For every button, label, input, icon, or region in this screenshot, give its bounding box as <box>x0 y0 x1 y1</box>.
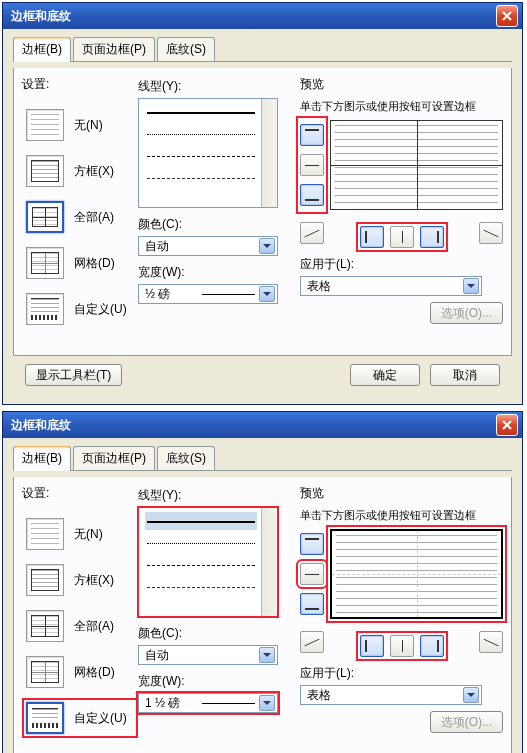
border-right-button[interactable] <box>420 226 444 248</box>
border-inside-v-button[interactable] <box>390 226 414 248</box>
color-value: 自动 <box>145 647 259 664</box>
setting-box[interactable]: 方框(X) <box>26 564 134 596</box>
setting-all[interactable]: 全部(A) <box>26 201 134 233</box>
borders-shading-dialog: 边框和底纹 边框(B) 页面边框(P) 底纹(S) 设置: 无(N) <box>2 2 523 405</box>
show-toolbar-button[interactable]: 显示工具栏(T) <box>25 364 122 386</box>
preview-label: 预览 <box>300 485 503 502</box>
setting-box-label: 方框(X) <box>74 572 114 589</box>
setting-none[interactable]: 无(N) <box>26 109 134 141</box>
tab-shading[interactable]: 底纹(S) <box>157 446 215 470</box>
color-label: 颜色(C): <box>138 625 296 642</box>
width-label: 宽度(W): <box>138 264 296 281</box>
scrollbar[interactable] <box>261 99 277 207</box>
preview-help-text: 单击下方图示或使用按钮可设置边框 <box>300 508 503 523</box>
setting-all-label: 全部(A) <box>74 209 114 226</box>
border-inside-v-button[interactable] <box>390 635 414 657</box>
width-dropdown[interactable]: 1 ½ 磅 <box>138 693 278 713</box>
setting-all-label: 全部(A) <box>74 618 114 635</box>
border-top-button[interactable] <box>300 124 324 146</box>
preview-bottom-buttons <box>360 635 444 657</box>
width-dropdown[interactable]: ½ 磅 <box>138 284 278 304</box>
grid-icon <box>26 247 64 279</box>
apply-to-value: 表格 <box>307 278 463 295</box>
preview-side-buttons <box>300 120 324 210</box>
line-style-list[interactable] <box>138 507 278 617</box>
border-diag-up-button[interactable] <box>479 222 503 244</box>
setting-none-label: 无(N) <box>74 526 103 543</box>
setting-box[interactable]: 方框(X) <box>26 155 134 187</box>
setting-grid[interactable]: 网格(D) <box>26 656 134 688</box>
apply-to-dropdown[interactable]: 表格 <box>300 685 482 705</box>
chevron-down-icon <box>259 286 275 302</box>
line-style-item[interactable] <box>145 534 257 552</box>
titlebar: 边框和底纹 <box>3 412 522 438</box>
options-button[interactable]: 选项(O)... <box>430 711 503 733</box>
line-style-item[interactable] <box>145 169 257 187</box>
custom-icon <box>26 293 64 325</box>
apply-to-dropdown[interactable]: 表格 <box>300 276 482 296</box>
close-button[interactable] <box>496 414 518 436</box>
setting-grid[interactable]: 网格(D) <box>26 247 134 279</box>
line-style-item[interactable] <box>145 103 257 121</box>
tab-page-borders[interactable]: 页面边框(P) <box>73 446 155 470</box>
setting-all[interactable]: 全部(A) <box>26 610 134 642</box>
preview-diagram[interactable] <box>330 529 503 619</box>
chevron-down-icon <box>259 238 275 254</box>
border-bottom-button[interactable] <box>300 593 324 615</box>
line-style-item[interactable] <box>145 125 257 143</box>
cancel-button[interactable]: 取消 <box>430 364 500 386</box>
options-button[interactable]: 选项(O)... <box>430 302 503 324</box>
chevron-down-icon <box>259 695 275 711</box>
apply-to-value: 表格 <box>307 687 463 704</box>
line-style-item[interactable] <box>145 147 257 165</box>
color-dropdown[interactable]: 自动 <box>138 645 278 665</box>
tab-strip: 边框(B) 页面边框(P) 底纹(S) <box>13 37 512 62</box>
border-left-button[interactable] <box>360 635 384 657</box>
chevron-down-icon <box>259 647 275 663</box>
color-label: 颜色(C): <box>138 216 296 233</box>
line-style-item[interactable] <box>145 556 257 574</box>
border-inside-h-button[interactable] <box>300 154 324 176</box>
ok-button[interactable]: 确定 <box>350 364 420 386</box>
border-bottom-button[interactable] <box>300 184 324 206</box>
border-diag-up-button[interactable] <box>479 631 503 653</box>
settings-label: 设置: <box>22 76 134 93</box>
preview-bottom-buttons <box>360 226 444 248</box>
tab-shading[interactable]: 底纹(S) <box>157 37 215 61</box>
border-diag-down-button[interactable] <box>300 222 324 244</box>
close-button[interactable] <box>496 5 518 27</box>
color-dropdown[interactable]: 自动 <box>138 236 278 256</box>
preview-diagram[interactable] <box>330 120 503 210</box>
tab-borders[interactable]: 边框(B) <box>13 37 71 62</box>
close-icon <box>502 11 512 21</box>
line-style-item[interactable] <box>145 578 257 596</box>
chevron-down-icon <box>463 278 479 294</box>
width-sample-line <box>202 294 255 295</box>
all-icon <box>26 610 64 642</box>
preview-label: 预览 <box>300 76 503 93</box>
scrollbar[interactable] <box>261 508 277 616</box>
box-icon <box>26 564 64 596</box>
tab-borders[interactable]: 边框(B) <box>13 446 71 471</box>
line-style-list[interactable] <box>138 98 278 208</box>
border-top-button[interactable] <box>300 533 324 555</box>
setting-custom[interactable]: 自定义(U) <box>26 702 134 734</box>
border-diag-down-button[interactable] <box>300 631 324 653</box>
setting-custom[interactable]: 自定义(U) <box>26 293 134 325</box>
width-value: ½ 磅 <box>145 286 198 303</box>
line-style-item[interactable] <box>145 512 257 530</box>
preview-help-text: 单击下方图示或使用按钮可设置边框 <box>300 99 503 114</box>
tab-page-borders[interactable]: 页面边框(P) <box>73 37 155 61</box>
apply-to-label: 应用于(L): <box>300 665 503 682</box>
setting-grid-label: 网格(D) <box>74 664 115 681</box>
border-inside-h-button[interactable] <box>300 563 324 585</box>
color-value: 自动 <box>145 238 259 255</box>
border-left-button[interactable] <box>360 226 384 248</box>
titlebar: 边框和底纹 <box>3 3 522 29</box>
settings-label: 设置: <box>22 485 134 502</box>
apply-to-label: 应用于(L): <box>300 256 503 273</box>
border-right-button[interactable] <box>420 635 444 657</box>
setting-none[interactable]: 无(N) <box>26 518 134 550</box>
dialog-title: 边框和底纹 <box>11 8 496 25</box>
setting-box-label: 方框(X) <box>74 163 114 180</box>
